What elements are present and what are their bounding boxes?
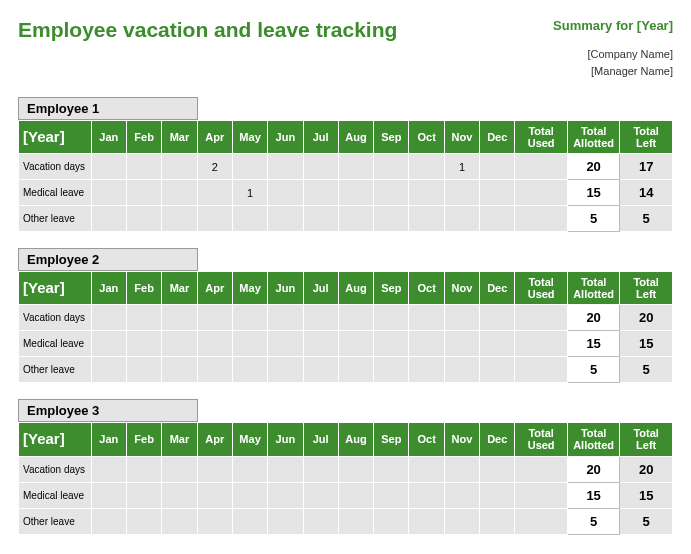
total-allotted-cell: 15 xyxy=(567,180,619,206)
row-label: Vacation days xyxy=(19,154,92,180)
summary-label: Summary for [Year] xyxy=(553,18,673,33)
month-cell xyxy=(268,482,303,508)
month-header: Oct xyxy=(409,121,444,154)
month-cell xyxy=(303,305,338,331)
month-header: Jul xyxy=(303,121,338,154)
total-used-cell xyxy=(515,305,567,331)
month-cell xyxy=(162,482,197,508)
document-header: Employee vacation and leave tracking Sum… xyxy=(18,18,673,42)
month-cell xyxy=(197,206,232,232)
table-row: Vacation days2020 xyxy=(19,305,673,331)
month-header: Mar xyxy=(162,121,197,154)
month-cell xyxy=(91,154,126,180)
month-cell xyxy=(162,456,197,482)
month-cell xyxy=(374,331,409,357)
total-allotted-cell: 20 xyxy=(567,456,619,482)
month-cell xyxy=(162,357,197,383)
total-left-cell: 15 xyxy=(620,482,673,508)
month-cell xyxy=(126,180,161,206)
month-cell xyxy=(232,482,267,508)
table-row: Medical leave1515 xyxy=(19,482,673,508)
total-left-cell: 14 xyxy=(620,180,673,206)
month-cell xyxy=(480,206,515,232)
total-header-left: TotalLeft xyxy=(620,272,673,305)
total-left-cell: 20 xyxy=(620,305,673,331)
month-cell xyxy=(409,154,444,180)
month-cell xyxy=(91,508,126,534)
total-left-cell: 5 xyxy=(620,357,673,383)
month-header: May xyxy=(232,121,267,154)
month-cell xyxy=(232,305,267,331)
employee-name: Employee 1 xyxy=(18,97,198,120)
month-cell xyxy=(409,206,444,232)
month-cell xyxy=(162,180,197,206)
total-used-cell xyxy=(515,482,567,508)
month-header: Apr xyxy=(197,121,232,154)
month-cell xyxy=(444,305,479,331)
total-header-allotted: TotalAllotted xyxy=(567,423,619,456)
total-allotted-cell: 5 xyxy=(567,357,619,383)
month-cell xyxy=(232,357,267,383)
month-header: Nov xyxy=(444,423,479,456)
total-header-used: TotalUsed xyxy=(515,423,567,456)
month-cell xyxy=(268,206,303,232)
total-used-cell xyxy=(515,206,567,232)
month-cell xyxy=(91,456,126,482)
month-cell xyxy=(480,508,515,534)
total-used-cell xyxy=(515,180,567,206)
year-header: [Year] xyxy=(19,121,92,154)
month-header: Nov xyxy=(444,121,479,154)
month-header: Feb xyxy=(126,272,161,305)
month-cell xyxy=(444,206,479,232)
total-allotted-cell: 20 xyxy=(567,305,619,331)
total-allotted-cell: 5 xyxy=(567,206,619,232)
month-cell xyxy=(303,206,338,232)
month-header: Mar xyxy=(162,423,197,456)
total-left-cell: 5 xyxy=(620,508,673,534)
month-cell xyxy=(126,482,161,508)
month-cell xyxy=(480,154,515,180)
month-cell xyxy=(126,206,161,232)
month-header: May xyxy=(232,272,267,305)
table-row: Vacation days212017 xyxy=(19,154,673,180)
month-cell xyxy=(91,206,126,232)
month-cell xyxy=(409,305,444,331)
month-cell xyxy=(444,456,479,482)
month-cell xyxy=(162,305,197,331)
month-cell xyxy=(480,305,515,331)
leave-table: [Year]JanFebMarAprMayJunJulAugSepOctNovD… xyxy=(18,120,673,232)
month-cell xyxy=(268,357,303,383)
month-cell xyxy=(374,357,409,383)
month-cell xyxy=(338,154,373,180)
month-cell xyxy=(197,482,232,508)
table-row: Other leave55 xyxy=(19,508,673,534)
month-cell xyxy=(126,331,161,357)
month-header: Jun xyxy=(268,121,303,154)
total-allotted-cell: 20 xyxy=(567,154,619,180)
month-cell: 1 xyxy=(444,154,479,180)
employee-block: Employee 2[Year]JanFebMarAprMayJunJulAug… xyxy=(18,248,673,383)
total-used-cell xyxy=(515,154,567,180)
month-header: Dec xyxy=(480,272,515,305)
month-cell xyxy=(162,154,197,180)
row-label: Medical leave xyxy=(19,331,92,357)
month-cell: 1 xyxy=(232,180,267,206)
month-cell xyxy=(268,305,303,331)
month-cell xyxy=(409,508,444,534)
month-cell xyxy=(232,154,267,180)
month-cell xyxy=(409,357,444,383)
month-cell xyxy=(126,154,161,180)
month-header: Jun xyxy=(268,272,303,305)
month-cell xyxy=(232,508,267,534)
header-meta: [Company Name] [Manager Name] xyxy=(18,46,673,79)
month-header: Jul xyxy=(303,272,338,305)
month-cell xyxy=(126,508,161,534)
total-left-cell: 17 xyxy=(620,154,673,180)
month-cell xyxy=(338,482,373,508)
month-cell xyxy=(374,456,409,482)
month-header: Aug xyxy=(338,121,373,154)
month-header: Apr xyxy=(197,423,232,456)
total-left-cell: 15 xyxy=(620,331,673,357)
table-row: Other leave55 xyxy=(19,357,673,383)
total-allotted-cell: 5 xyxy=(567,508,619,534)
